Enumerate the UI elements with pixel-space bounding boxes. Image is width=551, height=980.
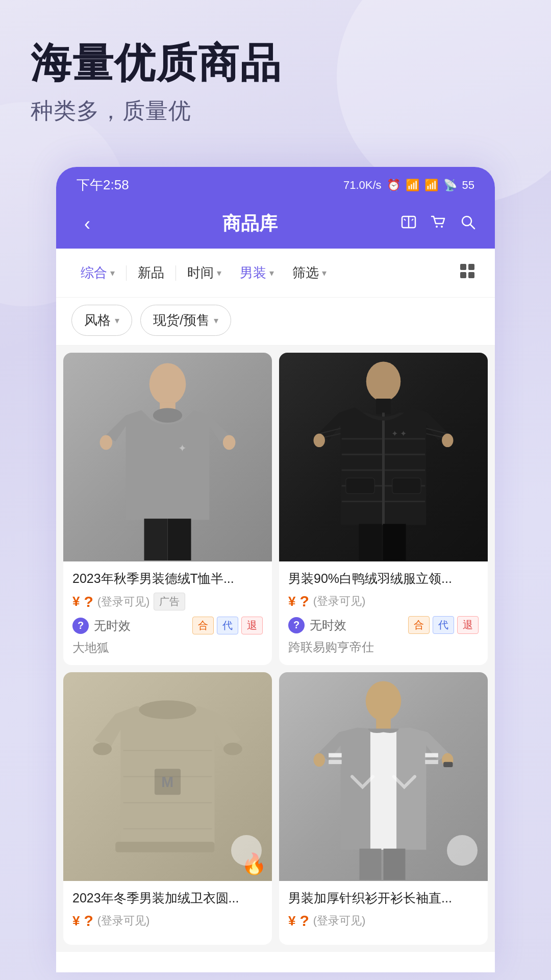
products-grid: ✦ 2023年秋季男装德绒T恤半... ¥ ? (登录可见) 广告 [56,346,495,952]
price-symbol-2: ¥ [288,594,295,609]
svg-rect-9 [468,272,474,278]
stock-filter-button[interactable]: 现货/预售 ▾ [140,305,231,336]
price-row-4: ¥ ? (登录可见) [288,912,479,929]
product-info-1: 2023年秋季男装德绒T恤半... ¥ ? (登录可见) 广告 ? 无时效 合 … [63,561,272,665]
svg-point-35 [313,433,324,447]
status-row-1: ? 无时效 合 代 退 [72,617,263,634]
svg-rect-15 [168,519,191,560]
signal-icon-1: 📶 [406,179,419,192]
price-hint-1: (登录可见) [97,594,150,609]
svg-point-47 [366,681,402,721]
product-info-2: 男装90%白鸭绒羽绒服立领... ¥ ? (登录可见) ? 无时效 合 代 退 … [279,561,488,665]
status-text-2: 无时效 [310,617,346,633]
status-row-2: ? 无时效 合 代 退 [288,616,479,634]
ad-badge-1: 广告 [154,593,185,610]
svg-rect-57 [443,762,453,767]
filter-divider [126,265,127,281]
svg-rect-53 [359,849,381,880]
svg-text:✦: ✦ [178,442,187,454]
status-q-1: ? [72,618,89,634]
hero-subtitle: 种类多，质量优 [31,96,520,126]
filter-time[interactable]: 时间 ▾ [178,259,231,287]
svg-rect-27 [392,478,421,494]
price-symbol-3: ¥ [72,913,80,929]
wifi-icon: 📡 [443,179,457,192]
price-value-1: ? [84,593,93,610]
product-image-2: ✦ ✦ [279,353,488,561]
product-info-4: 男装加厚针织衫开衫长袖直... ¥ ? (登录可见) [279,881,488,945]
badge-tui-2: 退 [457,616,479,634]
style-arrow-icon: ▾ [115,315,119,326]
product-image-1: ✦ [63,353,272,561]
svg-rect-52 [425,760,438,764]
badge-group-1: 合 代 退 [192,617,263,634]
svg-rect-34 [383,524,406,560]
arrow-icon: ▾ [110,267,115,279]
grid-view-icon[interactable] [455,259,480,287]
svg-point-55 [313,753,324,767]
product-card-4[interactable]: 男装加厚针织衫开衫长袖直... ¥ ? (登录可见) [279,672,488,945]
style-filter-button[interactable]: 风格 ▾ [71,305,132,336]
phone-mockup: 下午2:58 71.0K/s ⏰ 📶 📶 📡 55 ‹ 商品库 [56,167,495,972]
svg-rect-26 [346,478,374,494]
filter-divider-2 [176,265,176,281]
svg-line-5 [470,225,474,229]
arrow-icon-2: ▾ [217,267,221,279]
price-value-2: ? [299,593,309,610]
price-row-2: ¥ ? (登录可见) [288,593,479,610]
status-q-2: ? [288,617,305,633]
product-title-2: 男装90%白鸭绒羽绒服立领... [288,570,479,587]
search-icon[interactable] [459,213,477,235]
price-symbol-4: ¥ [288,913,295,929]
svg-point-17 [223,435,236,450]
circle-overlay-4 [447,835,478,866]
price-value-3: ? [84,912,93,929]
filter-screen[interactable]: 筛选 ▾ [283,259,336,287]
svg-point-2 [436,226,438,228]
product-image-3: M 🔥 [63,672,272,881]
filter-comprehensive[interactable]: 综合 ▾ [71,259,124,287]
filter-bar: 综合 ▾ 新品 时间 ▾ 男装 ▾ 筛选 ▾ [56,249,495,298]
svg-rect-37 [115,842,214,852]
svg-point-12 [153,408,182,423]
svg-rect-33 [359,524,382,560]
status-right: 71.0K/s ⏰ 📶 📶 📡 55 [343,179,474,192]
product-card-2[interactable]: ✦ ✦ 男装90%白鸭绒羽绒服立领... ¥ [279,353,488,665]
svg-point-39 [223,743,242,755]
hero-title: 海量优质商品 [31,41,520,86]
svg-rect-14 [144,519,167,560]
product-title-3: 2023年冬季男装加绒卫衣圆... [72,889,263,907]
product-title-1: 2023年秋季男装德绒T恤半... [72,570,263,587]
back-button[interactable]: ‹ [74,213,100,235]
wardrobe-icon[interactable] [400,213,417,235]
badge-dai-1: 代 [217,617,238,634]
price-hint-2: (登录可见) [313,594,366,609]
brand-2: 跨联易购亨帝仕 [288,639,479,655]
svg-rect-48 [376,718,391,729]
price-hint-4: (登录可见) [313,913,366,928]
price-hint-3: (登录可见) [97,913,150,928]
product-image-4 [279,672,488,881]
status-time: 下午2:58 [77,176,129,194]
price-symbol-1: ¥ [72,594,80,609]
svg-point-3 [441,226,443,228]
alarm-icon: ⏰ [387,179,400,192]
svg-rect-19 [376,399,391,414]
svg-rect-50 [329,760,342,764]
battery-level: 55 [462,179,474,192]
nav-bar: ‹ 商品库 [56,201,495,249]
arrow-icon-4: ▾ [322,267,327,279]
svg-point-38 [93,743,112,755]
svg-rect-51 [425,753,438,757]
cart-icon[interactable] [430,213,447,235]
badge-group-2: 合 代 退 [408,616,479,634]
svg-point-10 [149,363,186,405]
nav-title: 商品库 [110,211,390,236]
product-card-3[interactable]: M 🔥 2023年冬季男装加绒卫衣圆... ¥ ? (登录可见) [63,672,272,945]
arrow-icon-3: ▾ [269,267,274,279]
status-bar: 下午2:58 71.0K/s ⏰ 📶 📶 📡 55 [56,167,495,201]
filter-menswear[interactable]: 男装 ▾ [231,259,283,287]
product-card-1[interactable]: ✦ 2023年秋季男装德绒T恤半... ¥ ? (登录可见) 广告 [63,353,272,665]
filter-new[interactable]: 新品 [129,259,173,287]
brand-1: 大地狐 [72,640,263,656]
